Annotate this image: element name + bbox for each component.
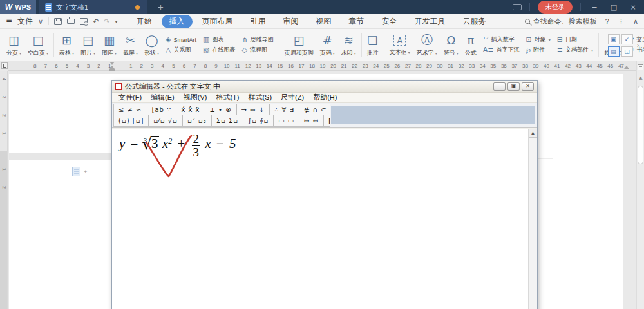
screenshot[interactable]: ✂ 截屏▾ (120, 32, 141, 58)
formula[interactable]: π 公式 (462, 32, 480, 58)
collapse-ribbon-icon[interactable]: ∧ (633, 17, 638, 26)
relation-diagram[interactable]: △ 关系图 (166, 46, 196, 54)
fence-templates[interactable]: (▫) [▫] (114, 115, 149, 126)
document-tab[interactable]: 文字文稿1 (39, 0, 147, 14)
document-part[interactable]: ≡ 文档部件 ▾ (557, 46, 593, 54)
menu-format[interactable]: 格式(T) (211, 93, 243, 102)
ribbon-expand-chevron-icon[interactable]: › (637, 41, 639, 50)
insert-number[interactable]: ¹² 插入数字 (483, 35, 520, 44)
window-close-button[interactable]: × (627, 3, 639, 12)
embellishments-palette[interactable]: x́ x̂ ẍ (176, 104, 205, 115)
summation-templates[interactable]: Σ▫ Σ▫ (212, 115, 243, 126)
set-theory-palette[interactable]: ∉ ∩ ⊂ (299, 104, 330, 115)
window-maximize-button[interactable]: □ (608, 3, 620, 12)
wps-logo[interactable]: WWPS (0, 0, 36, 14)
tab-cloud-service[interactable]: 云服务 (455, 15, 494, 28)
scrollbar-thumb[interactable] (638, 86, 643, 164)
eq-scroll-up-icon[interactable]: ▲ (529, 129, 537, 138)
date-docpart-group[interactable]: ⊟ 日期 ≡ 文档部件 ▾ (554, 35, 596, 54)
help-button[interactable]: ? (605, 17, 609, 25)
tab-view[interactable]: 视图 (308, 15, 339, 28)
command-search[interactable]: 查找命令、搜索模板 (525, 17, 597, 26)
hamburger-menu-icon[interactable]: ≡ (6, 17, 12, 26)
equation-canvas[interactable]: y = 3√3 x2 + 23 x − 5 (112, 129, 528, 309)
logical-symbols-palette[interactable]: ∴ ∀ ∃ (270, 104, 299, 115)
operator-symbols-palette[interactable]: ± • ⊗ (205, 104, 237, 115)
print-preview-button[interactable] (80, 18, 88, 25)
menu-style[interactable]: 样式(S) (243, 93, 276, 102)
shapes[interactable]: ◯ 形状▾ (141, 32, 162, 58)
smartart-relation-group[interactable]: ◈ SmartArt △ 关系图 (162, 35, 200, 54)
image-library[interactable]: ▦ 图库▾ (99, 32, 120, 58)
subscript-superscript-templates[interactable]: ▫² ▫₂ (183, 115, 212, 126)
tab-references[interactable]: 引用 (243, 15, 274, 28)
chart[interactable]: ▥ 图表 (203, 35, 235, 44)
horizontal-ruler[interactable]: 8765432112345678910111213141516171819202… (8, 61, 636, 71)
comment[interactable]: ❏ 批注 (364, 32, 382, 58)
arrow-symbols-palette[interactable]: → ⇔ ↓ (237, 104, 270, 115)
tab-page-layout[interactable]: 页面布局 (194, 15, 241, 28)
chart-group[interactable]: ▥ 图表 ▧ 在线图表 (200, 35, 238, 54)
equation[interactable]: y = 3√3 x2 + 23 x − 5 (119, 133, 236, 159)
equation-editor-titlebar[interactable]: 公式编辑器 - 公式在 文字文 中 ─ ▣ ✕ (112, 81, 537, 93)
relational-symbols-palette[interactable]: ≤ ≠ ≈ (114, 104, 147, 115)
left-indent-marker[interactable] (109, 69, 115, 71)
new-tab-button[interactable]: + (158, 1, 164, 14)
fit-page-toggle[interactable]: ◱ (621, 46, 633, 57)
number-dropcap-group[interactable]: ¹² 插入数字 A≡ 首字下沉 (480, 35, 523, 54)
file-menu-caret-icon[interactable]: ∨ (38, 17, 43, 26)
print-button[interactable] (67, 19, 75, 24)
drop-cap[interactable]: A≡ 首字下沉 (483, 46, 520, 54)
product-set-templates[interactable]: ∏▫ ∐▫ (324, 115, 330, 126)
split-view-icon[interactable] (638, 64, 643, 70)
tab-home[interactable]: 开始 (129, 15, 160, 28)
tab-insert[interactable]: 插入 (162, 15, 193, 28)
page-number[interactable]: # 页码▾ (317, 32, 338, 58)
mind-map[interactable]: ⋔ 思维导图 (242, 35, 274, 44)
undo-button[interactable]: ↶ (93, 17, 99, 26)
mindmap-group[interactable]: ⋔ 思维导图 ◇ 流程图 (239, 35, 277, 54)
eq-close-button[interactable]: ✕ (522, 82, 534, 91)
integral-templates[interactable]: ∫▫ ∮▫ (243, 115, 274, 126)
eq-minimize-button[interactable]: ─ (493, 82, 506, 91)
menu-help[interactable]: 帮助(H) (308, 93, 341, 102)
blank-page[interactable]: □ 空白页▾ (24, 32, 52, 58)
tab-section[interactable]: 章节 (341, 15, 372, 28)
word-art[interactable]: Ⓐ 艺术字▾ (413, 32, 440, 58)
attachment[interactable]: ℘ 附件 (526, 46, 551, 54)
login-button[interactable]: 未登录 (538, 1, 573, 14)
scroll-up-icon[interactable]: ▲ (637, 75, 644, 80)
nav-pane-toggle[interactable]: ▣ (608, 34, 620, 44)
task-check-toggle[interactable]: ✓ (621, 34, 633, 44)
menu-view[interactable]: 视图(V) (179, 93, 212, 102)
online-chart[interactable]: ▧ 在线图表 (203, 46, 235, 54)
eq-maximize-button[interactable]: ▣ (507, 82, 520, 91)
menu-edit[interactable]: 编辑(E) (146, 93, 179, 102)
fraction-radical-templates[interactable]: ▫⁄▫ √▫ (149, 115, 183, 126)
watermark[interactable]: ≋ 水印▾ (338, 32, 359, 58)
text-box[interactable]: A 文本框▾ (386, 32, 413, 57)
labeled-arrow-templates[interactable]: ↦ ↤ (299, 115, 324, 126)
more-options-icon[interactable]: ⋮ (618, 17, 625, 26)
vertical-ruler[interactable]: 4321 12 (0, 71, 8, 309)
tab-review[interactable]: 审阅 (276, 15, 307, 28)
redo-button[interactable]: ↷ (104, 17, 109, 26)
object[interactable]: ⊡ 对象 ▾ (526, 35, 551, 44)
table[interactable]: ⊞ 表格▾ (56, 32, 77, 58)
spaces-ellipses-palette[interactable]: ⌊ab ∵ (147, 104, 177, 115)
tab-dev-tools[interactable]: 开发工具 (407, 15, 453, 28)
object-attachment-group[interactable]: ⊡ 对象 ▾ ℘ 附件 (523, 35, 554, 54)
menu-file[interactable]: 文件(F) (114, 93, 146, 102)
save-button[interactable] (54, 18, 62, 25)
margins-toggle[interactable]: ▤ (608, 46, 620, 57)
devices-icon[interactable] (513, 4, 522, 10)
file-menu-button[interactable]: 文件 (17, 16, 33, 27)
smartart[interactable]: ◈ SmartArt (166, 35, 196, 44)
tab-selector-button[interactable] (1, 62, 8, 69)
date[interactable]: ⊟ 日期 (557, 35, 593, 44)
bar-templates[interactable]: ▭ ▭ (274, 115, 299, 126)
symbol[interactable]: Ω 符号▾ (440, 32, 462, 58)
tab-security[interactable]: 安全 (374, 15, 405, 28)
quick-access-more-icon[interactable]: ▾ (115, 19, 118, 24)
object-anchor-icon[interactable] (72, 167, 80, 176)
